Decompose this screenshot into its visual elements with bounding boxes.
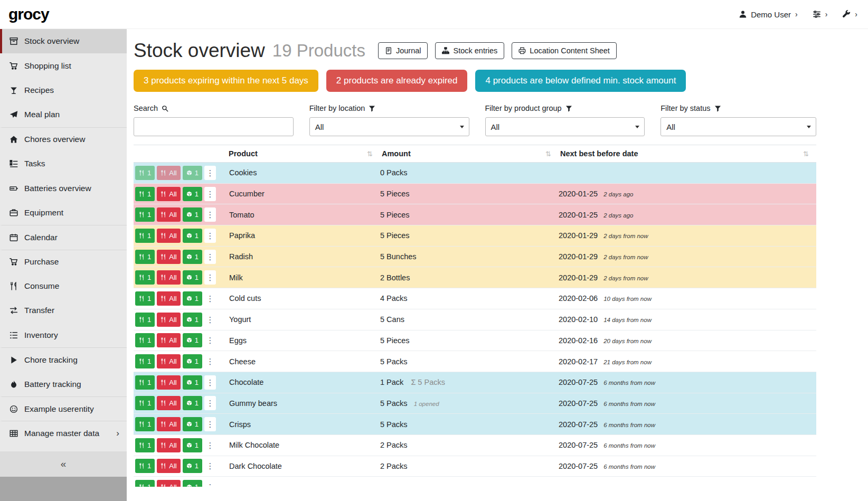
row-menu-button[interactable]: ⋮ (204, 229, 216, 243)
consume-one-button[interactable]: 1 (135, 375, 155, 390)
consume-all-button[interactable]: All (157, 459, 180, 473)
consume-all-button[interactable]: All (157, 291, 180, 306)
open-one-button[interactable]: 1 (183, 375, 202, 390)
open-one-button[interactable]: 1 (183, 270, 202, 285)
consume-one-button[interactable]: 1 (135, 480, 155, 487)
consume-all-button[interactable]: All (157, 438, 180, 452)
row-menu-button[interactable]: ⋮ (204, 459, 216, 473)
open-one-button[interactable]: 1 (183, 438, 202, 452)
row-menu-button[interactable]: ⋮ (204, 396, 216, 410)
stock-entries-button[interactable]: Stock entries (435, 42, 504, 59)
open-one-button[interactable]: 1 (183, 396, 202, 410)
row-menu-button[interactable]: ⋮ (204, 480, 216, 487)
sidebar-item-transfer[interactable]: Transfer (0, 298, 127, 323)
open-one-button[interactable]: 1 (183, 250, 202, 264)
location-content-sheet-button[interactable]: Location Content Sheet (512, 42, 617, 59)
sidebar-item-calendar[interactable]: Calendar (0, 225, 127, 249)
consume-all-button[interactable]: All (157, 333, 180, 347)
open-one-button[interactable]: 1 (183, 291, 202, 306)
row-menu-button[interactable]: ⋮ (204, 313, 216, 327)
sidebar-collapse-button[interactable]: « (0, 451, 127, 477)
sidebar-item-example-userentity[interactable]: Example userentity (0, 396, 127, 421)
consume-one-button[interactable]: 1 (135, 270, 155, 285)
consume-all-button[interactable]: All (157, 187, 180, 201)
open-one-button[interactable]: 1 (183, 459, 202, 473)
open-one-button[interactable]: 1 (183, 354, 202, 368)
status-filter-select[interactable]: All (661, 117, 816, 136)
open-one-button[interactable]: 1 (183, 333, 202, 347)
sidebar-item-consume[interactable]: Consume (0, 274, 127, 298)
journal-button[interactable]: Journal (378, 42, 428, 59)
row-menu-button[interactable]: ⋮ (204, 250, 216, 264)
consume-one-button[interactable]: 1 (135, 333, 155, 347)
sidebar-item-battery-tracking[interactable]: Battery tracking (0, 372, 127, 396)
product-group-filter-select[interactable]: All (485, 117, 645, 136)
row-menu-button[interactable]: ⋮ (204, 438, 216, 452)
row-menu-button[interactable]: ⋮ (204, 166, 216, 180)
consume-all-button[interactable]: All (157, 375, 180, 390)
consume-all-button[interactable]: All (157, 250, 180, 264)
consume-one-button[interactable]: 1 (135, 229, 155, 243)
consume-one-button[interactable]: 1 (135, 354, 155, 368)
open-one-button[interactable]: 1 (183, 417, 202, 431)
column-header-product[interactable]: Product ⇅ (227, 145, 380, 162)
sort-icon[interactable]: ⇅ (367, 150, 373, 158)
sidebar-item-meal-plan[interactable]: Meal plan (0, 102, 127, 127)
consume-all-button[interactable]: All (157, 166, 180, 180)
consume-one-button[interactable]: 1 (135, 250, 155, 264)
sidebar-item-manage-master-data[interactable]: Manage master data › (0, 421, 127, 445)
row-menu-button[interactable]: ⋮ (204, 207, 216, 222)
open-one-button[interactable]: 1 (183, 480, 202, 487)
sidebar-item-stock-overview[interactable]: Stock overview (0, 29, 127, 53)
consume-one-button[interactable]: 1 (135, 207, 155, 222)
consume-all-button[interactable]: All (157, 417, 180, 431)
row-menu-button[interactable]: ⋮ (204, 354, 216, 368)
location-filter-select[interactable]: All (309, 117, 469, 136)
row-menu-button[interactable]: ⋮ (204, 270, 216, 285)
row-menu-button[interactable]: ⋮ (204, 333, 216, 347)
search-input[interactable] (134, 117, 294, 136)
consume-all-button[interactable]: All (157, 480, 180, 487)
column-header-next-best-before-date[interactable]: Next best before date ⇅ (559, 145, 816, 162)
sidebar-item-chore-tracking[interactable]: Chore tracking (0, 347, 127, 372)
admin-menu[interactable]: › (842, 10, 857, 18)
open-one-button[interactable]: 1 (183, 166, 202, 180)
settings-menu[interactable]: › (813, 10, 828, 18)
sort-icon[interactable]: ⇅ (803, 150, 809, 158)
row-menu-button[interactable]: ⋮ (204, 187, 216, 201)
open-one-button[interactable]: 1 (183, 313, 202, 327)
sort-icon[interactable]: ⇅ (545, 150, 551, 158)
open-one-button[interactable]: 1 (183, 229, 202, 243)
sidebar-item-recipes[interactable]: Recipes (0, 78, 127, 102)
app-logo[interactable]: grocy (8, 5, 49, 23)
sidebar-item-shopping-list[interactable]: Shopping list (0, 53, 127, 78)
consume-all-button[interactable]: All (157, 313, 180, 327)
consume-one-button[interactable]: 1 (135, 187, 155, 201)
column-header-amount[interactable]: Amount ⇅ (380, 145, 559, 162)
user-menu[interactable]: Demo User › (739, 10, 798, 19)
consume-all-button[interactable]: All (157, 396, 180, 410)
expiring-alert[interactable]: 3 products expiring within the next 5 da… (134, 70, 318, 92)
consume-one-button[interactable]: 1 (135, 459, 155, 473)
sidebar-item-batteries-overview[interactable]: Batteries overview (0, 176, 127, 200)
expired-alert[interactable]: 2 products are already expired (326, 70, 468, 92)
consume-all-button[interactable]: All (157, 207, 180, 222)
consume-all-button[interactable]: All (157, 270, 180, 285)
row-menu-button[interactable]: ⋮ (204, 375, 216, 390)
consume-all-button[interactable]: All (157, 229, 180, 243)
sidebar-item-equipment[interactable]: Equipment (0, 201, 127, 225)
sidebar-item-chores-overview[interactable]: Chores overview (0, 127, 127, 152)
consume-one-button[interactable]: 1 (135, 396, 155, 410)
row-menu-button[interactable]: ⋮ (204, 417, 216, 431)
row-menu-button[interactable]: ⋮ (204, 291, 216, 306)
consume-all-button[interactable]: All (157, 354, 180, 368)
consume-one-button[interactable]: 1 (135, 438, 155, 452)
sidebar-item-inventory[interactable]: Inventory (0, 323, 127, 347)
sidebar-item-tasks[interactable]: Tasks (0, 152, 127, 176)
consume-one-button[interactable]: 1 (135, 417, 155, 431)
consume-one-button[interactable]: 1 (135, 313, 155, 327)
sidebar-item-purchase[interactable]: Purchase (0, 250, 127, 274)
consume-one-button[interactable]: 1 (135, 166, 155, 180)
below-min-stock-alert[interactable]: 4 products are below defined min. stock … (475, 70, 686, 92)
open-one-button[interactable]: 1 (183, 187, 202, 201)
